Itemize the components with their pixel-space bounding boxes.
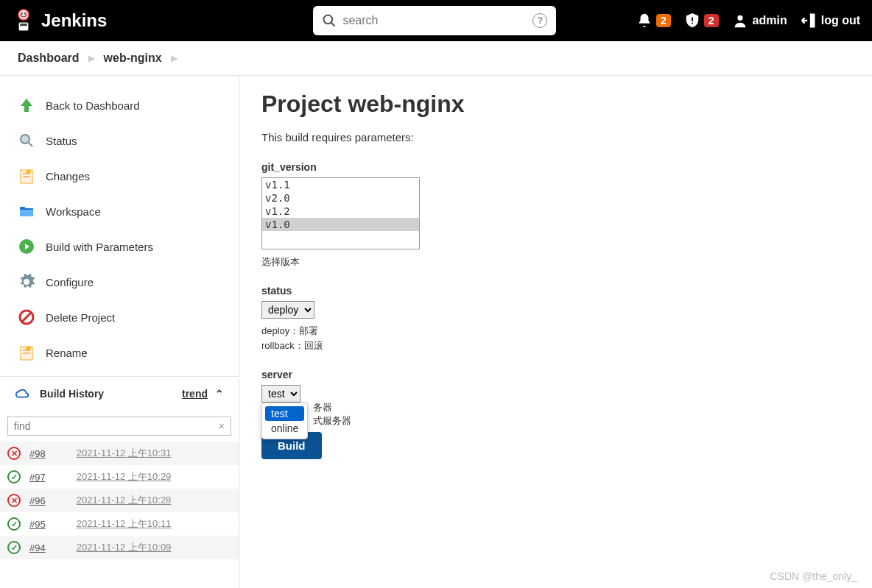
sidebar-item-label: Workspace <box>46 205 101 218</box>
build-number-link[interactable]: #98 <box>29 448 46 459</box>
logout-link[interactable]: log out <box>801 13 860 29</box>
breadcrumb: Dashboard ▶ web-nginx ▶ <box>0 41 872 76</box>
brand-text: Jenkins <box>41 10 107 31</box>
forbidden-icon <box>18 308 35 326</box>
sidebar-item-label: Changes <box>46 170 90 183</box>
build-status-fail-icon: ✕ <box>7 447 21 460</box>
build-row[interactable]: ✓#972021-11-12 上午10:29 <box>0 465 239 489</box>
svg-point-11 <box>21 135 29 144</box>
build-row[interactable]: ✕#982021-11-12 上午10:31 <box>0 442 239 465</box>
svg-point-3 <box>24 13 26 14</box>
sidebar-item-delete-project[interactable]: Delete Project <box>0 300 239 335</box>
user-link[interactable]: admin <box>732 13 787 29</box>
jenkins-logo[interactable]: Jenkins <box>12 6 107 35</box>
breadcrumb-dashboard[interactable]: Dashboard <box>18 52 80 65</box>
git-version-option[interactable]: v1.1 <box>262 178 419 191</box>
build-row[interactable]: ✓#952021-11-12 上午10:11 <box>0 512 239 536</box>
sidebar-item-back-to-dashboard[interactable]: Back to Dashboard <box>0 88 239 123</box>
server-helper-text: 务器 式服务器 <box>313 401 351 428</box>
status-helper1: deploy：部署 <box>261 325 850 338</box>
cloud-icon <box>15 387 31 400</box>
user-name: admin <box>753 14 787 27</box>
svg-line-7 <box>331 23 335 26</box>
sidebar-item-label: Build with Parameters <box>46 241 153 253</box>
help-icon[interactable]: ? <box>532 13 547 28</box>
sidebar-item-label: Back to Dashboard <box>46 99 140 112</box>
page-title: Project web-nginx <box>261 91 850 118</box>
sidebar-item-build-with-parameters[interactable]: Build with Parameters <box>0 229 239 264</box>
top-header: Jenkins ? 2 2 admin log out <box>0 0 872 41</box>
build-time-link[interactable]: 2021-11-12 上午10:09 <box>77 541 172 554</box>
sidebar-item-changes[interactable]: Changes <box>0 158 239 194</box>
play-clock-icon <box>18 238 35 255</box>
up-arrow-icon <box>18 96 35 114</box>
build-number-link[interactable]: #94 <box>29 542 46 553</box>
search-input[interactable] <box>342 14 532 27</box>
magnify-icon <box>18 132 35 149</box>
git-version-option[interactable]: v2.0 <box>262 191 419 205</box>
git-version-listbox[interactable]: v1.1v2.0v1.2v1.0 <box>261 177 420 249</box>
find-input[interactable] <box>14 420 219 432</box>
sidebar-item-configure[interactable]: Configure <box>0 264 239 300</box>
git-version-option[interactable]: v1.2 <box>262 205 419 218</box>
clear-icon[interactable]: × <box>219 420 225 432</box>
param-status: status deploy deploy：部署 rollback：回滚 <box>261 285 850 353</box>
git-version-option[interactable]: v1.0 <box>262 218 419 231</box>
build-row[interactable]: ✕#962021-11-12 上午10:28 <box>0 489 239 512</box>
build-number-link[interactable]: #96 <box>29 495 46 506</box>
sidebar-item-workspace[interactable]: Workspace <box>0 194 239 229</box>
server-option-online[interactable]: online <box>265 421 304 436</box>
sidebar-item-label: Status <box>46 135 77 147</box>
server-dropdown-list[interactable]: test online <box>261 403 308 439</box>
logout-icon <box>801 13 817 29</box>
breadcrumb-project[interactable]: web-nginx <box>104 52 162 65</box>
svg-rect-5 <box>20 24 27 26</box>
chevron-up-icon[interactable]: ⌃ <box>215 388 224 400</box>
build-time-link[interactable]: 2021-11-12 上午10:31 <box>77 447 172 460</box>
sidebar: Back to DashboardStatusChangesWorkspaceB… <box>0 76 239 588</box>
alert-group[interactable]: 2 <box>684 13 719 29</box>
jenkins-icon <box>12 6 35 35</box>
svg-point-10 <box>737 15 742 21</box>
bell-icon <box>636 13 653 29</box>
find-row: × <box>0 411 239 442</box>
build-status-fail-icon: ✕ <box>7 494 21 507</box>
build-history-header[interactable]: Build History trend ⌃ <box>0 376 239 411</box>
watermark: CSDN @the_only_ <box>770 570 858 582</box>
status-label: status <box>261 285 850 297</box>
param-server: server test 务器 式服务器 test online <box>261 369 850 403</box>
build-time-link[interactable]: 2021-11-12 上午10:28 <box>77 494 172 507</box>
svg-rect-9 <box>692 23 693 24</box>
build-status-ok-icon: ✓ <box>7 541 21 554</box>
sidebar-item-rename[interactable]: Rename <box>0 335 239 370</box>
search-box[interactable]: ? <box>313 6 556 35</box>
server-select[interactable]: test <box>261 385 300 403</box>
alert-badge: 2 <box>704 14 719 27</box>
trend-link[interactable]: trend <box>182 388 208 400</box>
find-box[interactable]: × <box>7 417 231 436</box>
sidebar-item-label: Delete Project <box>46 311 115 324</box>
svg-line-12 <box>29 143 32 146</box>
user-icon <box>732 13 748 29</box>
chevron-right-icon: ▶ <box>88 53 95 63</box>
status-select[interactable]: deploy <box>261 301 314 319</box>
notification-group[interactable]: 2 <box>636 13 671 29</box>
content: Back to DashboardStatusChangesWorkspaceB… <box>0 76 872 588</box>
sidebar-item-status[interactable]: Status <box>0 123 239 158</box>
build-time-link[interactable]: 2021-11-12 上午10:11 <box>77 517 172 531</box>
status-helper2: rollback：回滚 <box>261 339 850 353</box>
build-status-ok-icon: ✓ <box>7 470 21 483</box>
server-label: server <box>261 369 850 380</box>
build-number-link[interactable]: #97 <box>29 472 46 483</box>
build-row[interactable]: ✓#942021-11-12 上午10:09 <box>0 536 239 559</box>
page-subtitle: This build requires parameters: <box>261 131 850 144</box>
server-option-test[interactable]: test <box>265 406 304 421</box>
folder-icon <box>18 202 35 220</box>
notif-badge: 2 <box>656 14 671 27</box>
gear-icon <box>18 273 35 291</box>
build-number-link[interactable]: #95 <box>29 519 46 530</box>
build-history-title: Build History <box>40 388 104 400</box>
build-time-link[interactable]: 2021-11-12 上午10:29 <box>77 470 172 483</box>
svg-point-2 <box>21 13 22 14</box>
server-select-wrapper: test 务器 式服务器 test online <box>261 385 300 403</box>
